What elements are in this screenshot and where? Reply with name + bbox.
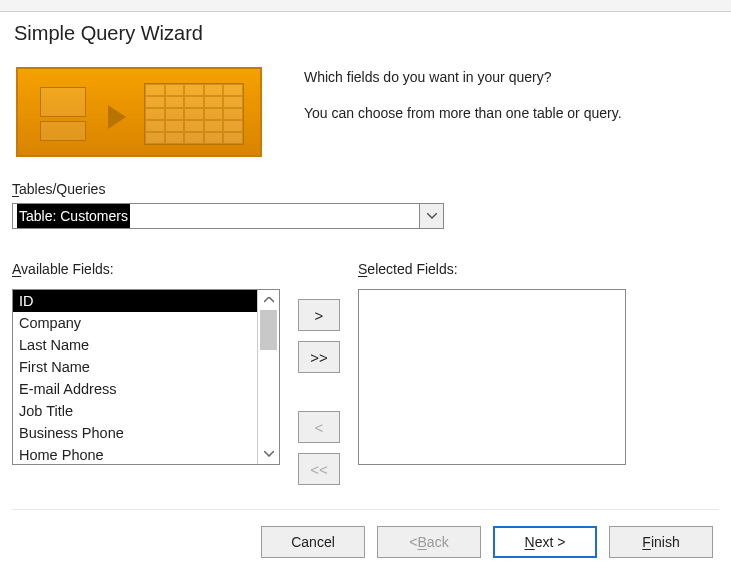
tables-queries-value[interactable]: Table: Customers bbox=[12, 203, 420, 229]
intro-line-1: Which fields do you want in your query? bbox=[304, 69, 719, 85]
back-button[interactable]: < Back bbox=[377, 526, 481, 558]
ribbon-strip bbox=[0, 0, 731, 12]
add-field-button[interactable]: > bbox=[298, 299, 340, 331]
selected-fields-label: Selected Fields: bbox=[358, 261, 626, 277]
cancel-button[interactable]: Cancel bbox=[261, 526, 365, 558]
list-item[interactable]: Business Phone bbox=[13, 422, 257, 444]
selected-fields-listbox[interactable] bbox=[358, 289, 626, 465]
finish-button[interactable]: Finish bbox=[609, 526, 713, 558]
wizard-illustration bbox=[12, 63, 274, 163]
tables-queries-label: Tables/Queries bbox=[12, 181, 719, 197]
scroll-down-icon[interactable] bbox=[258, 444, 279, 464]
tables-queries-combo[interactable]: Table: Customers bbox=[12, 203, 444, 229]
list-item[interactable]: E-mail Address bbox=[13, 378, 257, 400]
intro-text: Which fields do you want in your query? … bbox=[304, 63, 719, 141]
chevron-down-icon bbox=[427, 213, 437, 219]
list-item[interactable]: Company bbox=[13, 312, 257, 334]
list-item[interactable]: First Name bbox=[13, 356, 257, 378]
available-fields-scrollbar[interactable] bbox=[257, 290, 279, 464]
list-item[interactable]: Home Phone bbox=[13, 444, 257, 464]
list-item[interactable]: ID bbox=[13, 290, 257, 312]
dialog-title: Simple Query Wizard bbox=[0, 12, 731, 63]
remove-all-fields-button[interactable]: << bbox=[298, 453, 340, 485]
available-fields-label: Available Fields: bbox=[12, 261, 280, 277]
list-item[interactable]: Last Name bbox=[13, 334, 257, 356]
tables-queries-dropdown-button[interactable] bbox=[420, 203, 444, 229]
scroll-thumb[interactable] bbox=[260, 310, 277, 350]
list-item[interactable]: Job Title bbox=[13, 400, 257, 422]
remove-field-button[interactable]: < bbox=[298, 411, 340, 443]
intro-line-2: You can choose from more than one table … bbox=[304, 105, 719, 121]
next-button[interactable]: Next > bbox=[493, 526, 597, 558]
scroll-up-icon[interactable] bbox=[258, 290, 279, 310]
add-all-fields-button[interactable]: >> bbox=[298, 341, 340, 373]
available-fields-listbox[interactable]: IDCompanyLast NameFirst NameE-mail Addre… bbox=[12, 289, 280, 465]
